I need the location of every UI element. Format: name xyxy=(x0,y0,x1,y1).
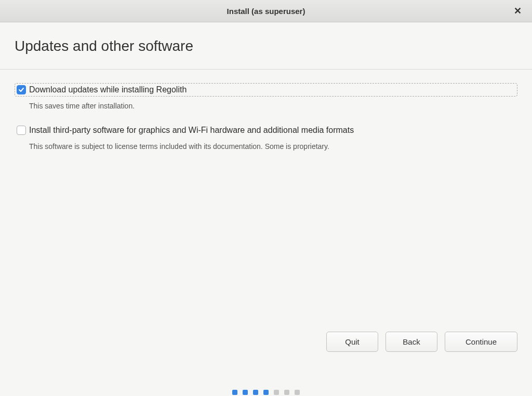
option-label-third-party: Install third-party software for graphic… xyxy=(29,126,354,135)
progress-dot xyxy=(253,390,258,395)
quit-button[interactable]: Quit xyxy=(326,332,378,352)
window-title: Install (as superuser) xyxy=(227,7,305,16)
option-download-updates: Download updates while installing Regoli… xyxy=(15,83,517,110)
titlebar: Install (as superuser) ✕ xyxy=(0,0,532,22)
header: Updates and other software xyxy=(0,22,532,70)
checkbox-download-updates[interactable] xyxy=(17,85,26,94)
content: Download updates while installing Regoli… xyxy=(0,70,532,177)
progress-dot xyxy=(274,390,279,395)
progress-dot xyxy=(232,390,237,395)
option-row-third-party[interactable]: Install third-party software for graphic… xyxy=(15,124,517,137)
page-title: Updates and other software xyxy=(15,38,517,54)
progress-dots xyxy=(232,390,300,396)
progress-dot xyxy=(295,390,300,395)
progress-dot xyxy=(263,390,269,395)
progress-dot xyxy=(243,390,248,395)
option-desc-download-updates: This saves time after installation. xyxy=(29,102,517,110)
checkmark-icon xyxy=(18,87,24,93)
progress-dot xyxy=(284,390,289,395)
option-label-download-updates: Download updates while installing Regoli… xyxy=(29,85,187,94)
close-icon[interactable]: ✕ xyxy=(512,6,523,16)
continue-button[interactable]: Continue xyxy=(445,332,517,352)
option-third-party: Install third-party software for graphic… xyxy=(15,124,517,151)
option-desc-third-party: This software is subject to license term… xyxy=(29,142,517,151)
option-row-download-updates[interactable]: Download updates while installing Regoli… xyxy=(15,83,517,97)
button-bar: Quit Back Continue xyxy=(326,332,517,352)
checkbox-third-party[interactable] xyxy=(17,126,26,135)
back-button[interactable]: Back xyxy=(385,332,437,352)
